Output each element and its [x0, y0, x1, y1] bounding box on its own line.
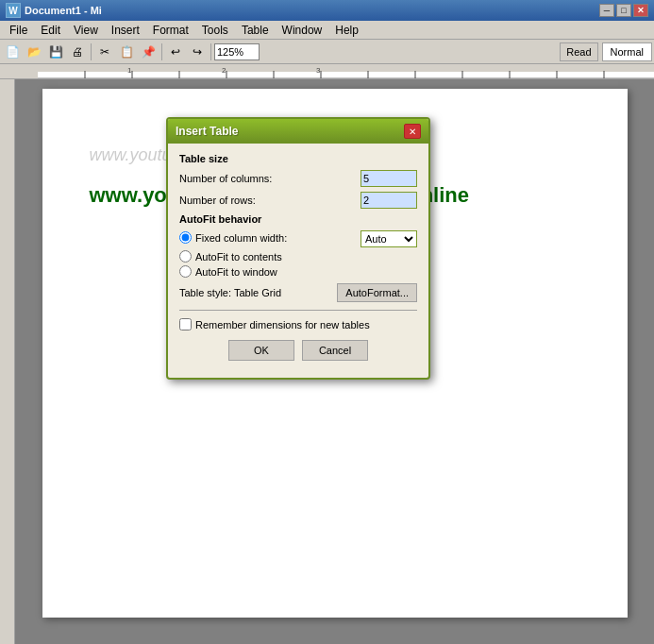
rows-input[interactable]	[361, 193, 417, 208]
autofit-label: AutoFit behavior	[179, 213, 417, 225]
dialog-title-bar: Insert Table ✕	[168, 119, 428, 144]
zoom-box[interactable]: 125%	[214, 43, 260, 60]
menu-tools[interactable]: Tools	[196, 22, 234, 39]
dialog-divider	[179, 310, 417, 311]
rows-row: Number of rows: ▲ ▼	[179, 192, 417, 209]
ok-button[interactable]: OK	[228, 340, 294, 361]
columns-input[interactable]	[361, 171, 417, 186]
window-title: Document1 - Mi	[25, 5, 102, 16]
toolbar-separator-1	[91, 43, 92, 60]
table-style-label: Table style: Table Grid	[179, 287, 337, 298]
document-area: www.youtube.com/daotaotinhoconline www.y…	[0, 79, 654, 644]
save-button[interactable]	[45, 42, 66, 62]
table-style-row: Table style: Table Grid AutoFormat...	[179, 283, 417, 302]
svg-text:3: 3	[316, 66, 321, 75]
menu-insert[interactable]: Insert	[106, 22, 145, 39]
fixed-width-row: Fixed column width: Auto	[179, 230, 417, 247]
remember-dimensions-label: Remember dimensions for new tables	[195, 319, 370, 330]
svg-text:2: 2	[222, 66, 226, 75]
table-style-value: Table Grid	[234, 287, 281, 298]
title-bar: W Document1 - Mi ─ □ ✕	[0, 0, 654, 21]
zoom-value: 125%	[217, 46, 243, 58]
ruler-inner: 1 2 3	[38, 64, 654, 78]
left-ruler	[0, 79, 15, 644]
rows-label: Number of rows:	[179, 195, 361, 206]
undo-button[interactable]	[165, 42, 186, 62]
insert-table-dialog: Insert Table ✕ Table size Number of colu…	[166, 117, 430, 380]
svg-text:1: 1	[127, 66, 132, 75]
document-scroll[interactable]: www.youtube.com/daotaotinhoconline www.y…	[15, 79, 654, 644]
toolbar-right: Read Normal	[560, 42, 652, 61]
dialog-close-button[interactable]: ✕	[404, 124, 421, 139]
autofit-contents-radio[interactable]	[179, 250, 192, 263]
rows-spinbox[interactable]: ▲ ▼	[361, 192, 417, 209]
copy-button[interactable]	[116, 42, 137, 62]
app-icon: W	[6, 3, 21, 18]
read-button[interactable]: Read	[560, 42, 597, 61]
print-button[interactable]	[67, 42, 88, 62]
remember-dimensions-row: Remember dimensions for new tables	[179, 318, 417, 330]
cut-button[interactable]	[94, 42, 115, 62]
new-button[interactable]	[2, 42, 23, 62]
menu-edit[interactable]: Edit	[35, 22, 66, 39]
autoformat-button[interactable]: AutoFormat...	[337, 283, 417, 302]
toolbar-separator-3	[210, 43, 211, 60]
open-button[interactable]	[24, 42, 44, 62]
menu-table[interactable]: Table	[236, 22, 275, 39]
dialog-title-text: Insert Table	[176, 125, 238, 138]
menu-help[interactable]: Help	[329, 22, 364, 39]
columns-row: Number of columns: ▲ ▼	[179, 170, 417, 187]
title-bar-buttons: ─ □ ✕	[599, 4, 648, 17]
menu-bar: File Edit View Insert Format Tools Table…	[0, 21, 654, 40]
toolbar: 125% Read Normal	[0, 40, 654, 64]
dialog-body: Table size Number of columns: ▲ ▼	[168, 144, 428, 378]
autofit-window-radio[interactable]	[179, 265, 192, 278]
table-size-label: Table size	[179, 153, 417, 164]
autofit-window-label: AutoFit to window	[195, 266, 277, 278]
cancel-button[interactable]: Cancel	[302, 340, 368, 361]
ruler: 1 2 3	[0, 64, 654, 79]
fixed-width-label: Fixed column width:	[195, 232, 287, 244]
dialog-footer: OK Cancel	[179, 340, 417, 368]
menu-file[interactable]: File	[4, 22, 33, 39]
toolbar-separator-2	[161, 43, 162, 60]
menu-view[interactable]: View	[68, 22, 104, 39]
columns-label: Number of columns:	[179, 173, 361, 184]
menu-window[interactable]: Window	[277, 22, 328, 39]
fixed-width-radio[interactable]	[179, 231, 192, 244]
autofit-window-option: AutoFit to window	[179, 265, 417, 278]
remember-dimensions-checkbox[interactable]	[179, 318, 192, 330]
autofit-section: AutoFit behavior Fixed column width: Aut…	[179, 213, 417, 278]
fixed-width-option: Fixed column width:	[179, 231, 361, 244]
normal-button[interactable]: Normal	[602, 42, 652, 61]
close-button[interactable]: ✕	[633, 4, 648, 17]
maximize-button[interactable]: □	[616, 4, 631, 17]
autofit-contents-label: AutoFit to contents	[195, 251, 282, 263]
autofit-contents-option: AutoFit to contents	[179, 250, 417, 263]
menu-format[interactable]: Format	[147, 22, 194, 39]
columns-spinbox[interactable]: ▲ ▼	[361, 170, 417, 187]
minimize-button[interactable]: ─	[599, 4, 614, 17]
paste-button[interactable]	[138, 42, 159, 62]
table-style-prefix: Table style:	[179, 287, 234, 298]
redo-button[interactable]	[187, 42, 208, 62]
fixed-width-select[interactable]: Auto	[361, 230, 417, 247]
